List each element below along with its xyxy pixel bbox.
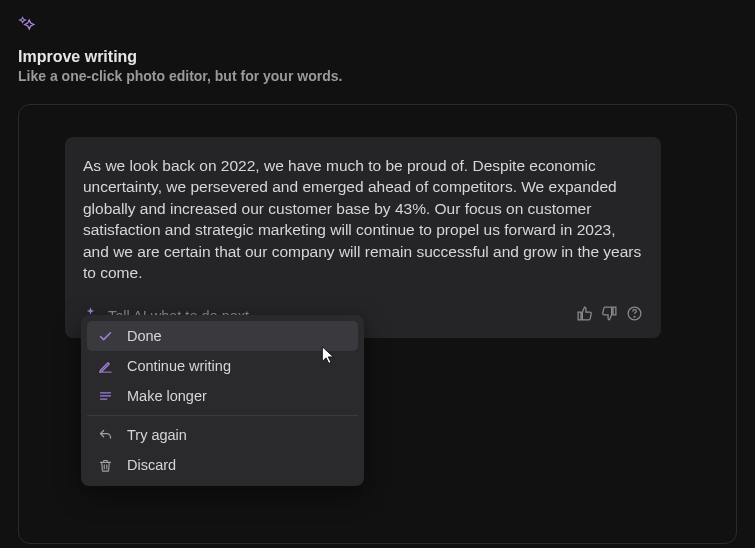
- sparkle-icon: [18, 14, 737, 38]
- menu-item-make-longer[interactable]: Make longer: [87, 381, 358, 411]
- menu-item-label: Make longer: [127, 388, 207, 404]
- page-header: Improve writing Like a one-click photo e…: [0, 0, 755, 84]
- content-panel: As we look back on 2022, we have much to…: [18, 104, 737, 544]
- pencil-icon: [97, 358, 113, 374]
- ai-response-card: As we look back on 2022, we have much to…: [65, 137, 661, 338]
- check-icon: [97, 328, 113, 344]
- undo-icon: [97, 427, 113, 443]
- menu-item-label: Discard: [127, 457, 176, 473]
- thumbs-up-icon[interactable]: [576, 305, 593, 326]
- help-icon[interactable]: [626, 305, 643, 326]
- menu-divider: [87, 415, 358, 416]
- lines-icon: [97, 388, 113, 404]
- page-title: Improve writing: [18, 48, 737, 66]
- menu-item-try-again[interactable]: Try again: [87, 420, 358, 450]
- ai-action-menu: Done Continue writing Make longer: [81, 315, 364, 486]
- menu-item-discard[interactable]: Discard: [87, 450, 358, 480]
- page-subtitle: Like a one-click photo editor, but for y…: [18, 68, 737, 84]
- svg-point-1: [634, 317, 635, 318]
- menu-item-done[interactable]: Done: [87, 321, 358, 351]
- trash-icon: [97, 457, 113, 473]
- menu-item-continue-writing[interactable]: Continue writing: [87, 351, 358, 381]
- menu-item-label: Try again: [127, 427, 187, 443]
- menu-item-label: Done: [127, 328, 162, 344]
- ai-response-text: As we look back on 2022, we have much to…: [83, 155, 643, 283]
- menu-item-label: Continue writing: [127, 358, 231, 374]
- thumbs-down-icon[interactable]: [601, 305, 618, 326]
